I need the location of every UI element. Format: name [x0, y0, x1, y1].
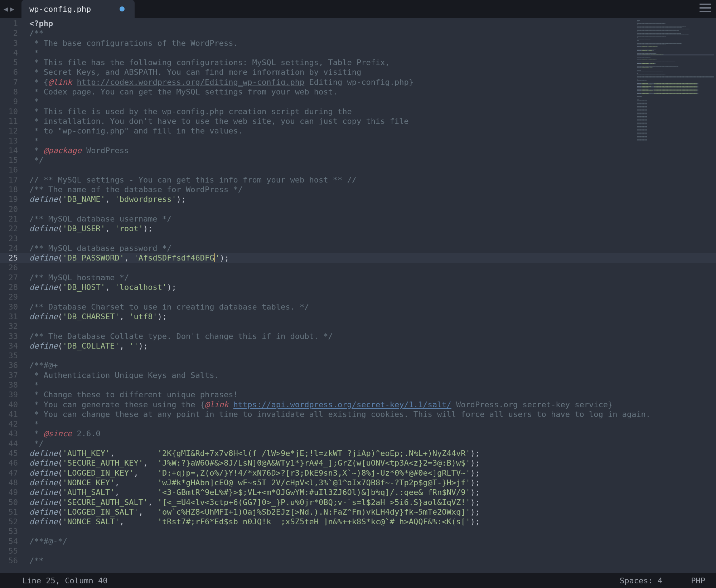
- file-tab[interactable]: wp-config.php: [21, 0, 135, 18]
- line-number: 2: [0, 28, 22, 38]
- code-line[interactable]: [29, 321, 716, 331]
- line-number: 4: [0, 48, 22, 58]
- code-line[interactable]: *: [29, 419, 716, 429]
- code-line[interactable]: [29, 263, 716, 272]
- code-line[interactable]: /** Database Charset to use in creating …: [29, 302, 716, 312]
- line-number: 35: [0, 351, 22, 360]
- code-line[interactable]: * This file has the following configurat…: [29, 58, 716, 67]
- line-number: 43: [0, 429, 22, 438]
- line-number: 14: [0, 146, 22, 155]
- line-number: 16: [0, 165, 22, 175]
- code-line[interactable]: * You can change these at any point in t…: [29, 409, 716, 419]
- code-editor[interactable]: <?php/** * The base configurations of th…: [22, 18, 716, 573]
- line-number: 29: [0, 292, 22, 302]
- line-number: 49: [0, 487, 22, 497]
- code-line[interactable]: /**#@-*/: [29, 536, 716, 546]
- code-line[interactable]: * You can generate these using the {@lin…: [29, 400, 716, 409]
- code-line[interactable]: * Authentication Unique Keys and Salts.: [29, 370, 716, 380]
- code-line[interactable]: * Change these to different unique phras…: [29, 390, 716, 399]
- code-line[interactable]: *: [29, 97, 716, 106]
- code-line[interactable]: define('DB_USER', 'root');: [29, 224, 716, 233]
- code-line[interactable]: /** MySQL database username */: [29, 214, 716, 224]
- line-number: 31: [0, 312, 22, 321]
- code-line[interactable]: */: [29, 439, 716, 448]
- line-number: 33: [0, 331, 22, 341]
- line-number: 32: [0, 321, 22, 331]
- code-line[interactable]: define('LOGGED_IN_KEY', 'D:+q)p=,Z(o%/}Y…: [29, 468, 716, 478]
- code-line[interactable]: /**#@+: [29, 360, 716, 370]
- code-line[interactable]: define('LOGGED_IN_SALT', 'ow`c%HZ8<UhMFI…: [29, 507, 716, 517]
- code-line[interactable]: */: [29, 155, 716, 165]
- line-number: 6: [0, 67, 22, 77]
- line-number: 9: [0, 97, 22, 106]
- code-line[interactable]: * @since 2.6.0: [29, 429, 716, 438]
- code-line[interactable]: define('SECURE_AUTH_KEY', 'J%W:?}aW6O#&>…: [29, 458, 716, 468]
- code-line[interactable]: * Codex page. You can get the MySQL sett…: [29, 87, 716, 97]
- cursor-position[interactable]: Line 25, Column 40: [22, 576, 107, 585]
- code-line[interactable]: define('DB_PASSWORD', 'AfsdSDFfsdf46DFG'…: [22, 253, 716, 263]
- menu-icon[interactable]: [700, 4, 711, 12]
- line-number: 47: [0, 468, 22, 478]
- line-number: 18: [0, 185, 22, 194]
- line-number: 1: [0, 19, 22, 28]
- code-line[interactable]: [29, 546, 716, 556]
- code-line[interactable]: /** MySQL hostname */: [29, 273, 716, 282]
- code-line[interactable]: /** MySQL database password */: [29, 243, 716, 253]
- syntax-mode[interactable]: PHP: [691, 576, 705, 585]
- code-line[interactable]: * The base configurations of the WordPre…: [29, 38, 716, 48]
- line-number: 8: [0, 87, 22, 97]
- code-line[interactable]: * Secret Keys, and ABSPATH. You can find…: [29, 67, 716, 77]
- line-number: 54: [0, 536, 22, 546]
- line-number: 11: [0, 116, 22, 126]
- code-line[interactable]: [29, 165, 716, 175]
- code-line[interactable]: /**: [29, 556, 716, 565]
- code-line[interactable]: define('AUTH_KEY', '2K{gMI&Rd+7x7v8H<l(f…: [29, 448, 716, 458]
- code-line[interactable]: * This file is used by the wp-config.php…: [29, 107, 716, 116]
- line-number: 25: [0, 253, 22, 263]
- code-line[interactable]: *: [29, 380, 716, 390]
- code-line[interactable]: [29, 234, 716, 243]
- line-number: 20: [0, 204, 22, 214]
- line-number: 22: [0, 224, 22, 233]
- code-line[interactable]: * @package WordPress: [29, 146, 716, 155]
- code-line[interactable]: define('AUTH_SALT', '<3-GBmtR^9eL%#}>$;V…: [29, 487, 716, 497]
- code-line[interactable]: [29, 351, 716, 360]
- editor-area: 1234567891011121314151617181920212223242…: [0, 18, 716, 573]
- code-line[interactable]: define('SECURE_AUTH_SALT', '[<_=U4<lv<3c…: [29, 497, 716, 507]
- code-line[interactable]: define('NONCE_SALT', 'tRst7#;rF6*Ed$sb n…: [29, 517, 716, 526]
- code-line[interactable]: *: [29, 136, 716, 146]
- code-line[interactable]: define('DB_HOST', 'localhost');: [29, 282, 716, 292]
- line-number-gutter[interactable]: 1234567891011121314151617181920212223242…: [0, 18, 22, 573]
- code-line[interactable]: define('DB_NAME', 'bdwordpress');: [29, 194, 716, 204]
- minimap[interactable]: ▬▬▬▬▬▬▬▬▬▬▬▬▬▬▬▬▬▬▬▬▬▬▬▬▬▬▬▬▬▬▬▬▬▬▬▬▬▬▬▬…: [637, 20, 714, 141]
- nav-forward-icon[interactable]: ▶: [10, 5, 14, 13]
- code-line[interactable]: // ** MySQL settings - You can get this …: [29, 175, 716, 185]
- code-line[interactable]: define('NONCE_KEY', 'wJ#k*gHAbn]cEO@_wF~…: [29, 478, 716, 487]
- line-number: 10: [0, 107, 22, 116]
- code-line[interactable]: [29, 526, 716, 536]
- code-line[interactable]: * to "wp-config.php" and fill in the val…: [29, 126, 716, 136]
- code-line[interactable]: define('DB_CHARSET', 'utf8');: [29, 312, 716, 321]
- line-number: 44: [0, 439, 22, 448]
- line-number: 13: [0, 136, 22, 146]
- line-number: 42: [0, 419, 22, 429]
- line-number: 41: [0, 409, 22, 419]
- code-line[interactable]: [29, 292, 716, 302]
- line-number: 12: [0, 126, 22, 136]
- code-line[interactable]: /** The Database Collate type. Don't cha…: [29, 331, 716, 341]
- line-number: 26: [0, 263, 22, 272]
- nav-back-icon[interactable]: ◀: [4, 5, 8, 13]
- line-number: 7: [0, 77, 22, 87]
- line-number: 50: [0, 497, 22, 507]
- code-line[interactable]: /**: [29, 28, 716, 38]
- code-line[interactable]: <?php: [29, 19, 716, 28]
- indent-setting[interactable]: Spaces: 4: [620, 576, 662, 585]
- code-line[interactable]: define('DB_COLLATE', '');: [29, 341, 716, 351]
- code-line[interactable]: /** The name of the database for WordPre…: [29, 185, 716, 194]
- line-number: 36: [0, 360, 22, 370]
- code-line[interactable]: [29, 204, 716, 214]
- code-line[interactable]: * {@link http://codex.wordpress.org/Edit…: [29, 77, 716, 87]
- code-line[interactable]: *: [29, 48, 716, 58]
- code-line[interactable]: * installation. You don't have to use th…: [29, 116, 716, 126]
- line-number: 38: [0, 380, 22, 390]
